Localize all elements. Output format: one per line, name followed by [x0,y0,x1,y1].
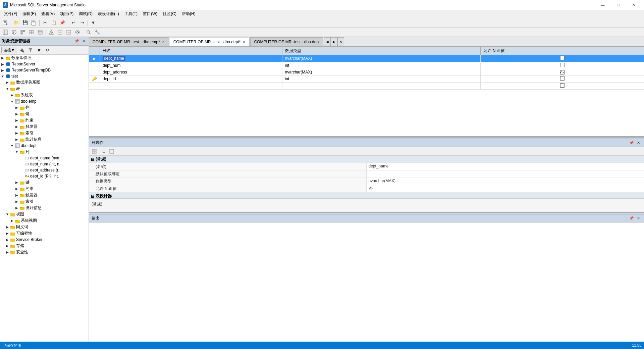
column-type-cell[interactable]: int [282,76,481,83]
undo-button[interactable]: ↩ [69,19,77,27]
tree-toggle[interactable] [19,155,24,161]
tree-item-security[interactable]: ▶安全性 [0,249,89,255]
tree-toggle[interactable]: ▶ [5,231,10,236]
save-all-button[interactable] [30,19,38,27]
tree-toggle[interactable]: ▶ [0,55,5,61]
tree-toggle[interactable] [19,167,24,173]
props-value[interactable]: dept_name [367,163,644,170]
menu-debug[interactable]: 调试(D) [76,10,95,17]
tree-toggle[interactable]: ▼ [9,99,15,104]
maximize-button[interactable]: □ [610,0,626,10]
tree-item-emp-stats[interactable]: ▶统计信息 [0,136,89,143]
tb2-btn1[interactable] [1,29,9,36]
tree-item-dept-indexes[interactable]: ▶索引 [0,198,89,205]
props-group-header[interactable]: ⊟(常规) [89,156,644,163]
tree-toggle[interactable]: ▶ [5,250,10,255]
tree-toggle[interactable]: ▶ [14,118,19,123]
tree-item-synonyms[interactable]: ▶同义词 [0,224,89,230]
tb2-btn11[interactable]: 🔧 [93,29,101,36]
tree-item-test[interactable]: ▼test [0,73,89,79]
tree-item-emp-constraints[interactable]: ▶约束 [0,117,89,123]
tab-close-all[interactable]: ✕ [337,37,344,46]
column-nullable-cell[interactable] [481,76,644,83]
nullable-checkbox[interactable] [560,76,565,81]
tree-item-emp-cols[interactable]: ▶列 [0,104,89,111]
tree-toggle[interactable]: ▶ [0,67,5,73]
paste-button[interactable]: 📌 [58,19,66,27]
tree-toggle[interactable]: ▶ [5,80,10,85]
table-row[interactable]: dept_addressnvarchar(MAX)✓ [89,69,644,76]
tb2-btn3[interactable] [19,29,27,36]
tree-toggle[interactable]: ▶ [5,225,10,230]
tb2-btn9[interactable]: ⟳ [73,29,82,36]
oe-close-button[interactable]: ✕ [80,38,87,44]
col-props-sort-btn[interactable] [99,148,107,155]
tree-toggle[interactable]: ▼ [9,143,15,148]
tree-item-dept-keys[interactable]: ▶键 [0,179,89,186]
tree-toggle[interactable]: ▶ [5,237,10,242]
tb2-btn5[interactable] [36,29,44,36]
tree-toggle[interactable] [19,161,24,167]
tree-item-views[interactable]: ▼视图 [0,211,89,217]
table-row[interactable]: dept_numint [89,62,644,69]
oe-filter-button[interactable] [26,46,35,54]
tab-scroll-right[interactable]: ▶ [331,37,337,46]
output-pin-button[interactable]: 📌 [629,215,635,221]
tb2-btn6[interactable] [47,29,55,36]
oe-disconnect-button[interactable]: 🔌 [18,46,26,54]
column-name-cell[interactable]: dept_address [100,69,282,76]
menu-tools[interactable]: 工具(T) [122,10,140,17]
cut-button[interactable]: ✂ [41,19,49,27]
tree-item-emp-indexes[interactable]: ▶索引 [0,130,89,136]
tree-toggle[interactable]: ▶ [9,93,15,98]
tree-item-sys-views[interactable]: ▶系统视图 [0,217,89,224]
tree-toggle[interactable]: ▼ [5,86,10,92]
oe-refresh-button[interactable]: ⟳ [44,46,52,54]
tree-toggle[interactable]: ▼ [5,212,10,217]
tree-toggle[interactable]: ▶ [14,193,19,198]
menu-community[interactable]: 社区(C) [160,10,179,17]
col-props-grid-btn[interactable] [90,148,98,155]
copy-button[interactable]: 📋 [50,19,58,27]
tree-item-dept-name[interactable]: dept_name (nva... [0,155,89,161]
tree-toggle[interactable]: ▶ [0,61,5,67]
close-button[interactable]: ✕ [626,0,641,10]
tree-toggle[interactable] [19,173,24,179]
props-value[interactable]: 否 [367,185,644,192]
tree-item-dbo-dept[interactable]: ▼dbo.dept [0,143,89,149]
oe-stop-filter-button[interactable]: ✖ [35,46,43,54]
tree-item-emp-keys[interactable]: ▶键 [0,111,89,117]
tree-item-tables[interactable]: ▼表 [0,86,89,92]
column-name-cell[interactable] [100,83,282,90]
column-type-cell[interactable]: int [282,62,481,69]
column-nullable-cell[interactable]: ✓ [481,69,644,76]
col-props-filter-btn[interactable] [108,148,116,155]
open-button[interactable]: 📁 [12,19,20,27]
tree-item-service-broker[interactable]: ▶Service Broker [0,237,89,243]
tree-item-reportservertempdb[interactable]: ▶ReportServerTempDB [0,67,89,73]
tree-item-dept-constraints[interactable]: ▶约束 [0,186,89,192]
tree-toggle[interactable]: ▼ [14,149,19,155]
tree-toggle[interactable]: ▶ [9,218,15,223]
tree-item-programmability[interactable]: ▶可编程性 [0,230,89,237]
props-value[interactable] [367,170,644,178]
tree-item-dept-cols[interactable]: ▼列 [0,149,89,155]
column-nullable-cell[interactable] [481,55,644,62]
column-nullable-cell[interactable] [481,62,644,69]
tree-item-db-diagram[interactable]: ▶数据库关系图 [0,79,89,86]
tab-scroll-left[interactable]: ◀ [324,37,331,46]
tree-toggle[interactable]: ▶ [14,111,19,117]
props-value[interactable]: nvarchar(MAX) [367,178,644,185]
column-name-cell[interactable]: dept_num [100,62,282,69]
tree-toggle[interactable]: ▶ [14,199,19,204]
table-row[interactable]: 🔑dept_idint [89,76,644,83]
table-row[interactable]: ▶dept_namenvarchar(MAX) [89,55,644,62]
tree-toggle[interactable]: ▶ [14,137,19,142]
tree-item-dept-triggers[interactable]: ▶触发器 [0,192,89,198]
tree-item-dept-stats[interactable]: ▶统计信息 [0,205,89,211]
tab-emp[interactable]: COMPUTER-OF-MR-.test - dbo.emp*✕ [89,37,169,46]
tree-toggle[interactable]: ▶ [14,105,19,110]
output-close-button[interactable]: ✕ [635,215,641,221]
tab-dept2[interactable]: COMPUTER-OF-MR-.test - dbo.dept [250,37,323,46]
tree-toggle[interactable]: ▶ [14,205,19,211]
